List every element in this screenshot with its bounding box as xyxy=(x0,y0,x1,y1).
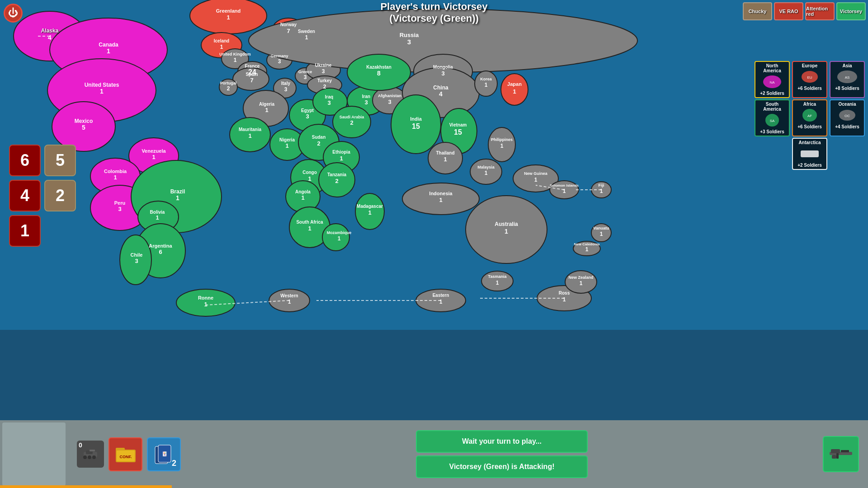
svg-text:Indonesia: Indonesia xyxy=(429,191,453,196)
folder-button[interactable]: CONF. xyxy=(108,437,142,471)
svg-text:Mongolia: Mongolia xyxy=(433,65,453,70)
dice-panel: 6 5 4 2 1 xyxy=(9,145,76,247)
status-attack-button[interactable]: Victorsey (Green) is Attacking! xyxy=(416,455,588,478)
dice-3[interactable]: 4 xyxy=(9,180,41,211)
svg-text:1: 1 xyxy=(308,225,311,232)
dice-4[interactable]: 2 xyxy=(44,180,76,211)
svg-text:3: 3 xyxy=(306,113,309,120)
svg-text:1: 1 xyxy=(563,188,566,194)
svg-text:3: 3 xyxy=(322,68,325,75)
svg-text:8: 8 xyxy=(377,70,381,77)
svg-text:Iran: Iran xyxy=(362,94,370,99)
svg-text:Tanzania: Tanzania xyxy=(327,172,346,177)
status-wait-button[interactable]: Wait your turn to play... xyxy=(416,430,588,453)
svg-text:3: 3 xyxy=(118,206,121,212)
svg-text:1: 1 xyxy=(220,44,223,50)
svg-text:1: 1 xyxy=(176,194,179,202)
svg-text:South Africa: South Africa xyxy=(296,220,323,225)
tank-button[interactable]: 0 xyxy=(77,441,104,468)
svg-text:1: 1 xyxy=(305,34,308,41)
svg-text:Eastern: Eastern xyxy=(433,293,449,298)
svg-text:1: 1 xyxy=(368,209,371,216)
svg-text:Peru: Peru xyxy=(114,200,125,206)
svg-text:1: 1 xyxy=(600,188,603,194)
continent-card-africa: Africa AF +6 Soldiers xyxy=(792,99,827,136)
svg-text:Germany: Germany xyxy=(270,54,288,58)
svg-text:Turkey: Turkey xyxy=(317,78,332,83)
svg-text:AS: AS xyxy=(845,75,850,80)
player-badge-verao[interactable]: VE RAO xyxy=(774,2,803,20)
cards-area xyxy=(2,422,66,486)
svg-point-214 xyxy=(83,455,87,459)
dice-5[interactable]: 1 xyxy=(9,215,41,247)
bottom-bar: 0 CONF. 🃏 xyxy=(0,420,868,488)
svg-text:CONF.: CONF. xyxy=(119,455,132,459)
power-button[interactable]: ⏻ xyxy=(4,4,23,23)
svg-text:1: 1 xyxy=(485,170,488,176)
svg-text:NA: NA xyxy=(769,80,775,84)
svg-text:6: 6 xyxy=(159,249,162,255)
svg-text:1: 1 xyxy=(485,82,488,88)
svg-text:7: 7 xyxy=(287,28,290,34)
svg-text:Japan: Japan xyxy=(507,81,522,87)
continent-card-north-america: North America NA +2 Soldiers xyxy=(755,61,790,98)
svg-text:15: 15 xyxy=(454,128,462,136)
svg-text:Vanuatu: Vanuatu xyxy=(593,226,609,230)
svg-text:OC: OC xyxy=(844,114,850,118)
svg-text:3: 3 xyxy=(135,258,138,264)
svg-rect-229 xyxy=(836,453,839,459)
svg-text:Iceland: Iceland xyxy=(214,38,229,43)
svg-text:Algeria: Algeria xyxy=(259,102,274,107)
continent-panel: North America NA +2 Soldiers Europe EU +… xyxy=(755,61,866,170)
cards-button[interactable]: 🃏 2 xyxy=(147,437,181,471)
continent-card-south-america: South America SA +3 Soldiers xyxy=(755,99,790,136)
continent-card-europe: Europe EU +6 Soldiers xyxy=(792,61,827,98)
svg-text:Russia: Russia xyxy=(400,32,419,38)
svg-text:Ukraine: Ukraine xyxy=(315,63,332,68)
weapon-button[interactable] xyxy=(823,436,859,472)
dice-1[interactable]: 6 xyxy=(9,145,41,176)
dice-2[interactable]: 5 xyxy=(44,145,76,176)
svg-text:Afghanistan: Afghanistan xyxy=(378,94,401,98)
svg-text:3: 3 xyxy=(304,74,307,80)
svg-text:1: 1 xyxy=(513,88,516,95)
svg-text:1: 1 xyxy=(563,296,566,303)
continent-card-oceania: Oceania OC +4 Soldiers xyxy=(830,99,865,136)
svg-text:Nigeria: Nigeria xyxy=(279,137,295,142)
svg-point-215 xyxy=(88,455,91,459)
svg-text:Solomon Islands: Solomon Islands xyxy=(550,183,579,188)
svg-text:Malaysia: Malaysia xyxy=(477,165,495,169)
svg-text:Sudan: Sudan xyxy=(312,135,326,140)
svg-text:EU: EU xyxy=(807,75,812,80)
svg-text:1: 1 xyxy=(301,194,304,201)
svg-text:3: 3 xyxy=(441,70,444,77)
power-icon: ⏻ xyxy=(8,7,18,19)
svg-text:3: 3 xyxy=(407,38,411,46)
svg-text:Argentina: Argentina xyxy=(149,243,172,249)
svg-text:India: India xyxy=(410,116,422,122)
svg-text:1: 1 xyxy=(600,231,603,237)
player-badge-chucky[interactable]: Chucky xyxy=(743,2,772,20)
svg-text:Sweden: Sweden xyxy=(298,29,315,34)
svg-rect-217 xyxy=(90,450,95,451)
svg-text:Italy: Italy xyxy=(281,81,290,86)
svg-text:1: 1 xyxy=(204,301,207,308)
tank-count: 0 xyxy=(79,441,82,449)
svg-text:1: 1 xyxy=(534,177,538,183)
svg-text:5: 5 xyxy=(82,124,85,131)
svg-text:3: 3 xyxy=(388,99,391,105)
svg-text:1: 1 xyxy=(585,246,589,253)
svg-text:1: 1 xyxy=(439,299,443,305)
player-badge-attention[interactable]: Attention red xyxy=(805,2,835,20)
svg-text:Australia: Australia xyxy=(495,221,518,227)
svg-text:Angola: Angola xyxy=(295,189,311,194)
player-badge-victorsey[interactable]: Victorsey xyxy=(836,2,866,20)
svg-text:Mauritania: Mauritania xyxy=(239,127,261,132)
svg-text:Brazil: Brazil xyxy=(170,188,185,195)
svg-text:15: 15 xyxy=(412,122,420,130)
svg-text:Canada: Canada xyxy=(99,42,118,48)
svg-text:1: 1 xyxy=(340,155,343,162)
svg-text:1: 1 xyxy=(248,132,251,139)
svg-text:4: 4 xyxy=(439,90,443,98)
svg-text:AF: AF xyxy=(807,114,812,118)
